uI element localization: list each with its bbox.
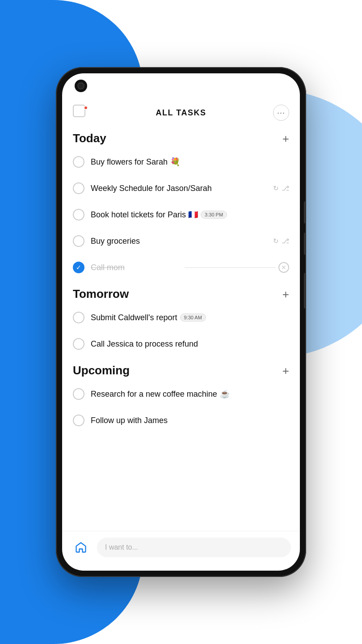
page-title: ALL TASKS <box>156 108 206 118</box>
tomorrow-label: Tomorrow <box>73 287 129 301</box>
task-checkbox[interactable] <box>73 209 84 220</box>
task-meta-icons: ↻ ⎇ <box>273 184 289 192</box>
bottom-bar: I want to... <box>62 531 300 571</box>
task-call-jessica[interactable]: Call Jessica to process refund <box>73 331 289 357</box>
task-meta-icons: ↻ ⎇ <box>273 237 289 245</box>
add-today-button[interactable]: + <box>282 133 289 144</box>
home-button[interactable] <box>71 538 91 557</box>
task-follow-up-james[interactable]: Follow up with James <box>73 407 289 434</box>
task-checkbox[interactable] <box>73 156 84 168</box>
task-checkbox[interactable] <box>73 338 84 350</box>
subtask-icon: ⎇ <box>282 184 289 192</box>
phone-frame: ALL TASKS ··· Today + Buy flowers for Sa… <box>56 67 306 577</box>
search-placeholder: I want to... <box>105 543 138 551</box>
upcoming-section-header: Upcoming + <box>73 364 289 377</box>
tomorrow-section-header: Tomorrow + <box>73 287 289 301</box>
home-icon <box>75 541 87 554</box>
camera-lens <box>77 82 84 89</box>
coffee-emoji: ☕ <box>220 389 230 399</box>
today-section-header: Today + <box>73 131 289 145</box>
repeat-icon: ↻ <box>273 237 279 245</box>
time-badge: 3:30 PM <box>201 211 227 219</box>
more-icon: ··· <box>277 108 285 118</box>
time-badge: 9:30 AM <box>180 314 206 322</box>
task-label-completed: Call mom <box>91 263 182 272</box>
task-checkbox[interactable] <box>73 235 84 247</box>
task-checkbox[interactable] <box>73 388 84 400</box>
task-label: Submit Caldwell's report 9:30 AM <box>91 313 289 322</box>
add-tomorrow-button[interactable]: + <box>282 288 289 300</box>
app-header: ALL TASKS ··· <box>62 73 300 128</box>
command-input[interactable]: I want to... <box>97 538 291 557</box>
task-label: Research for a new coffee machine ☕ <box>91 389 289 399</box>
task-submit-report[interactable]: Submit Caldwell's report 9:30 AM <box>73 305 289 331</box>
more-options-button[interactable]: ··· <box>273 105 289 121</box>
task-checkbox[interactable] <box>73 415 84 426</box>
task-book-hotel[interactable]: Book hotel tickets for Paris 🇫🇷 3:30 PM <box>73 202 289 228</box>
task-call-mom[interactable]: ✓ Call mom ✕ <box>73 254 289 281</box>
power-button <box>304 273 306 309</box>
upcoming-label: Upcoming <box>73 364 130 377</box>
task-label: Follow up with James <box>91 416 289 425</box>
task-label: Buy flowers for Sarah 💐 <box>91 157 289 167</box>
notification-button[interactable] <box>73 105 89 121</box>
task-weekly-schedule[interactable]: Weekly Schedule for Jason/Sarah ↻ ⎇ <box>73 175 289 202</box>
subtask-icon: ⎇ <box>282 237 289 245</box>
task-label: Weekly Schedule for Jason/Sarah <box>91 184 273 193</box>
task-research-coffee[interactable]: Research for a new coffee machine ☕ <box>73 381 289 407</box>
phone-screen: ALL TASKS ··· Today + Buy flowers for Sa… <box>62 73 300 571</box>
task-buy-flowers[interactable]: Buy flowers for Sarah 💐 <box>73 149 289 175</box>
task-buy-groceries[interactable]: Buy groceries ↻ ⎇ <box>73 228 289 254</box>
task-label: Call Jessica to process refund <box>91 339 289 349</box>
task-label: Buy groceries <box>91 237 273 246</box>
repeat-icon: ↻ <box>273 184 279 192</box>
task-label: Book hotel tickets for Paris 🇫🇷 3:30 PM <box>91 210 289 220</box>
flower-emoji: 💐 <box>170 157 180 167</box>
task-list: Today + Buy flowers for Sarah 💐 Weekly S… <box>62 128 300 531</box>
notification-dot <box>84 106 88 110</box>
strikethrough-line <box>185 267 276 268</box>
today-label: Today <box>73 131 106 145</box>
volume-down-button <box>304 233 306 255</box>
camera <box>75 80 87 92</box>
task-checkbox-checked[interactable]: ✓ <box>73 262 84 273</box>
delete-task-button[interactable]: ✕ <box>278 262 289 273</box>
volume-up-button <box>304 201 306 224</box>
add-upcoming-button[interactable]: + <box>282 365 289 377</box>
task-checkbox[interactable] <box>73 312 84 323</box>
task-checkbox[interactable] <box>73 182 84 194</box>
